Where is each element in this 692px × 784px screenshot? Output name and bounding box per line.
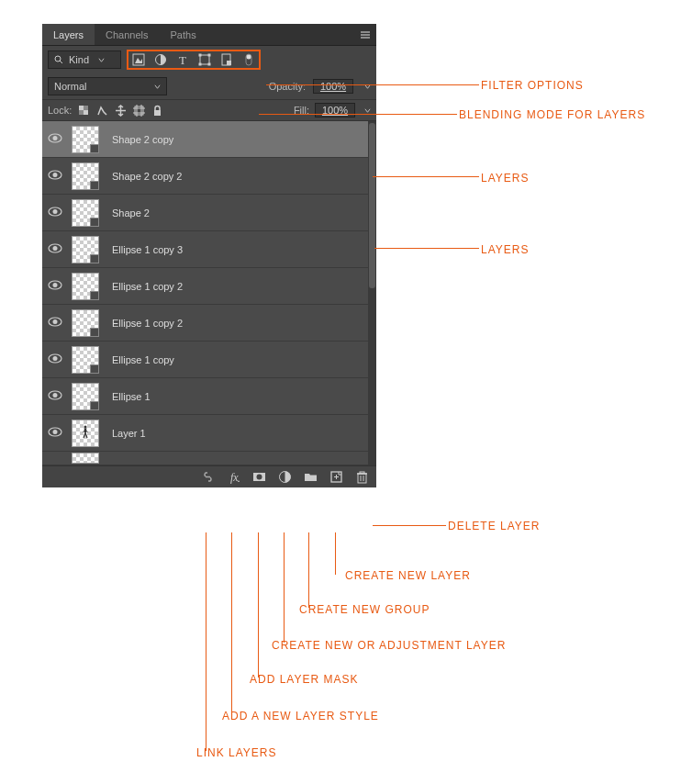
svg-rect-29 bbox=[154, 110, 161, 116]
svg-line-53 bbox=[85, 432, 87, 438]
layer-name[interactable]: Shape 2 copy 2 bbox=[112, 171, 182, 182]
eye-icon bbox=[48, 353, 62, 365]
filter-kind-dropdown[interactable]: Kind bbox=[48, 50, 121, 69]
visibility-toggle[interactable] bbox=[42, 207, 68, 218]
layer-style-icon[interactable]: fx bbox=[226, 470, 240, 485]
layer-name[interactable]: Layer 1 bbox=[112, 428, 146, 439]
svg-point-31 bbox=[53, 136, 58, 140]
layer-row[interactable]: Shape 2 copy bbox=[42, 121, 376, 158]
layer-thumbnail[interactable] bbox=[72, 162, 99, 190]
opacity-input[interactable]: 100% bbox=[313, 79, 353, 94]
layer-name[interactable]: Shape 2 bbox=[112, 207, 150, 218]
layer-row[interactable]: Shape 2 copy 2 bbox=[42, 158, 376, 195]
layer-thumbnail[interactable] bbox=[72, 236, 99, 263]
svg-rect-21 bbox=[79, 110, 84, 115]
new-layer-icon[interactable] bbox=[329, 470, 343, 485]
filter-toggle-icon[interactable] bbox=[242, 53, 255, 66]
layer-thumbnail[interactable] bbox=[72, 383, 99, 410]
layer-name[interactable]: Ellipse 1 copy 2 bbox=[112, 281, 183, 292]
lock-position-icon[interactable] bbox=[114, 104, 127, 117]
svg-point-37 bbox=[53, 246, 58, 251]
tab-channels[interactable]: Channels bbox=[95, 24, 159, 45]
filter-shape-icon[interactable] bbox=[198, 53, 211, 66]
layer-mask-icon[interactable] bbox=[251, 470, 266, 485]
svg-rect-18 bbox=[79, 106, 84, 110]
visibility-toggle[interactable] bbox=[42, 133, 68, 145]
eye-icon bbox=[48, 170, 62, 182]
visibility-toggle[interactable] bbox=[42, 390, 68, 402]
visibility-toggle[interactable] bbox=[42, 353, 68, 365]
visibility-toggle[interactable] bbox=[42, 280, 68, 292]
adjustment-layer-icon[interactable] bbox=[277, 470, 292, 485]
chevron-down-icon bbox=[98, 54, 105, 65]
visibility-toggle[interactable] bbox=[42, 427, 68, 439]
layer-name[interactable]: Ellipse 1 bbox=[112, 391, 151, 402]
panel-menu-icon[interactable] bbox=[354, 28, 376, 41]
svg-rect-20 bbox=[84, 106, 88, 110]
opacity-label: Opacity: bbox=[269, 81, 306, 92]
layer-row[interactable]: Layer 1 bbox=[42, 415, 376, 452]
lock-artboard-icon[interactable] bbox=[132, 104, 145, 117]
visibility-toggle[interactable] bbox=[42, 243, 68, 255]
svg-rect-66 bbox=[360, 472, 364, 474]
svg-rect-62 bbox=[358, 474, 366, 483]
annotation-layers-2: LAYERS bbox=[481, 243, 529, 256]
layer-name[interactable]: Ellipse 1 copy 3 bbox=[112, 244, 183, 255]
layer-thumbnail[interactable] bbox=[72, 273, 99, 300]
svg-rect-12 bbox=[199, 63, 202, 66]
annotation-link-layers: LINK LAYERS bbox=[196, 746, 276, 759]
layer-thumbnail[interactable] bbox=[72, 420, 99, 447]
scrollbar-thumb[interactable] bbox=[369, 123, 375, 288]
link-layers-icon[interactable] bbox=[200, 470, 215, 485]
layer-row[interactable]: Ellipse 1 copy 2 bbox=[42, 305, 376, 342]
fill-input[interactable]: 100% bbox=[315, 103, 355, 118]
lock-transparency-icon[interactable] bbox=[77, 104, 90, 117]
delete-layer-icon[interactable] bbox=[354, 470, 369, 485]
layer-row[interactable]: Ellipse 1 copy 3 bbox=[42, 231, 376, 268]
tab-paths[interactable]: Paths bbox=[160, 24, 207, 45]
layer-thumbnail[interactable] bbox=[72, 346, 99, 374]
filter-smartobject-icon[interactable] bbox=[220, 53, 233, 66]
layers-panel: Layers Channels Paths Kind T Normal Opac… bbox=[42, 24, 376, 487]
layer-thumbnail[interactable] bbox=[72, 309, 99, 337]
filter-adjustment-icon[interactable] bbox=[154, 53, 167, 66]
svg-rect-19 bbox=[84, 110, 88, 115]
svg-point-41 bbox=[53, 319, 58, 324]
layer-thumbnail[interactable] bbox=[72, 126, 99, 153]
layer-row[interactable]: Ellipse 1 copy bbox=[42, 342, 376, 378]
annotation-adjustment-layer: CREATE NEW OR ADJUSTMENT LAYER bbox=[272, 639, 506, 652]
shape-badge-icon bbox=[90, 291, 99, 300]
filter-options-box: T bbox=[127, 50, 261, 70]
layer-name[interactable]: Ellipse 1 copy 2 bbox=[112, 318, 183, 329]
layer-row[interactable]: Ellipse 1 copy 2 bbox=[42, 268, 376, 305]
layer-row[interactable]: Shape 2 bbox=[42, 195, 376, 231]
lock-all-icon[interactable] bbox=[151, 104, 163, 117]
annotation-create-new-layer: CREATE NEW LAYER bbox=[345, 569, 471, 582]
visibility-toggle[interactable] bbox=[42, 317, 68, 329]
scrollbar-track[interactable] bbox=[368, 121, 376, 465]
shape-badge-icon bbox=[90, 144, 99, 153]
layer-thumbnail[interactable] bbox=[72, 199, 99, 227]
shape-badge-icon bbox=[90, 364, 99, 374]
chevron-down-icon[interactable] bbox=[364, 81, 371, 92]
layer-row[interactable]: Ellipse 1 bbox=[42, 378, 376, 415]
lock-pixels-icon[interactable] bbox=[95, 104, 108, 117]
layers-list: Shape 2 copyShape 2 copy 2Shape 2Ellipse… bbox=[42, 121, 376, 465]
visibility-toggle[interactable] bbox=[42, 170, 68, 182]
annotation-filter-options: FILTER OPTIONS bbox=[481, 79, 584, 92]
eye-icon bbox=[48, 280, 62, 292]
filter-type-icon[interactable]: T bbox=[176, 53, 189, 66]
new-group-icon[interactable] bbox=[303, 470, 318, 485]
svg-point-43 bbox=[53, 356, 58, 361]
blend-mode-dropdown[interactable]: Normal bbox=[48, 77, 167, 95]
annotation-delete-layer: DELETE LAYER bbox=[448, 520, 540, 532]
layer-name[interactable]: Ellipse 1 copy bbox=[112, 354, 174, 365]
chevron-down-icon bbox=[154, 81, 161, 92]
annotation-create-new-group: CREATE NEW GROUP bbox=[299, 603, 430, 616]
filter-row: Kind T bbox=[42, 46, 376, 73]
tab-layers[interactable]: Layers bbox=[42, 24, 95, 45]
eye-icon bbox=[48, 317, 62, 329]
filter-pixel-icon[interactable] bbox=[132, 53, 145, 66]
shape-badge-icon bbox=[90, 181, 99, 190]
layer-name[interactable]: Shape 2 copy bbox=[112, 134, 173, 145]
